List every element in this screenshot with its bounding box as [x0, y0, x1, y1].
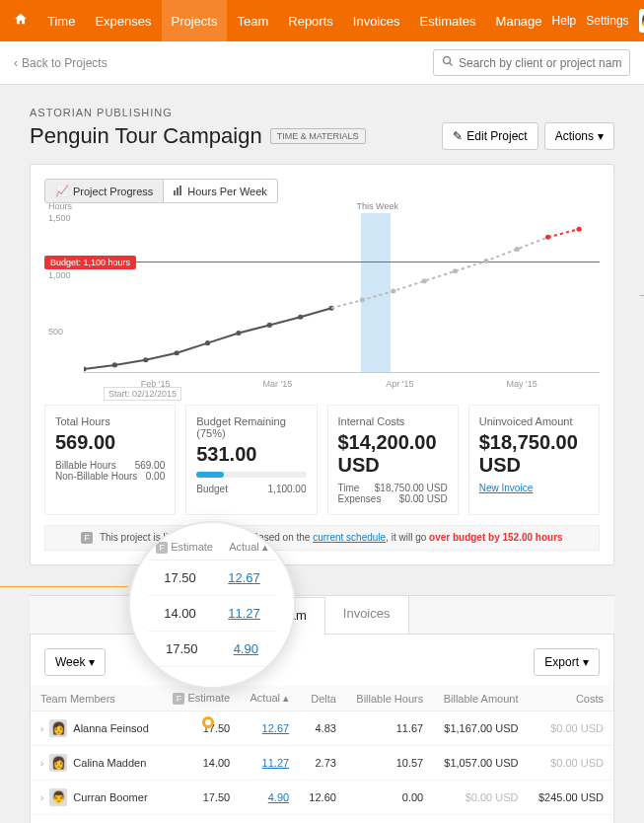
svg-point-5	[84, 366, 87, 371]
cell-costs: $245.00 USD	[528, 781, 613, 815]
x-tick-may: May '15	[507, 379, 537, 389]
actions-button[interactable]: Actions ▾	[544, 122, 614, 150]
forecast-over: over budget by 152.00 hours	[429, 532, 563, 543]
stat-budget: Budget Remaining (75%) 531.00 Budget1,10…	[185, 405, 317, 515]
col-billable[interactable]: Billable Hours	[346, 686, 433, 711]
bar-chart-icon	[174, 186, 183, 197]
svg-rect-2	[174, 190, 176, 195]
svg-rect-3	[177, 187, 179, 195]
expand-icon[interactable]: ›	[40, 723, 43, 734]
col-delta[interactable]: Delta	[299, 686, 346, 711]
search-input[interactable]	[459, 56, 621, 70]
table-row: › 👨 Jae Kim 2.94 14.56 1.91 $191.00 USD …	[31, 815, 613, 824]
x-axis	[84, 372, 600, 373]
user-menu[interactable]: 👨 Israel ▾	[639, 7, 644, 35]
chevron-down-icon: ▾	[598, 129, 604, 143]
current-schedule-link[interactable]: current schedule	[313, 532, 386, 543]
mag-act[interactable]: 4.90	[234, 641, 258, 656]
data-tabs: ...ks Team Invoices	[30, 595, 614, 635]
expand-icon[interactable]: ›	[40, 758, 43, 769]
cell-delta: 2.73	[299, 746, 346, 781]
svg-point-8	[175, 350, 179, 355]
week-label: Week	[55, 655, 85, 669]
svg-point-14	[360, 298, 365, 303]
back-label: Back to Projects	[22, 56, 107, 70]
svg-line-1	[450, 63, 453, 66]
table-row: › 👩 Calina Madden 14.00 11.27 2.73 10.57…	[31, 746, 613, 781]
svg-point-6	[112, 362, 117, 367]
nav-team[interactable]: Team	[227, 0, 278, 41]
cell-estimate: 17.50	[163, 781, 240, 815]
nav-invoices[interactable]: Invoices	[343, 0, 410, 41]
line-chart-icon: 📈	[55, 185, 69, 197]
export-button[interactable]: Export ▾	[534, 648, 600, 676]
chevron-down-icon: ▾	[89, 655, 95, 669]
user-avatar: 👨	[639, 9, 644, 33]
callout-line-chart	[640, 295, 644, 296]
project-type-badge: TIME & MATERIALS	[270, 128, 366, 144]
new-invoice-link[interactable]: New Invoice	[479, 483, 589, 493]
x-tick-apr: Apr '15	[386, 379, 413, 389]
nonbillable-value: 0.00	[146, 471, 165, 482]
y-axis-title: Hours	[48, 201, 72, 211]
nav-estimates[interactable]: Estimates	[410, 0, 486, 41]
nav-time[interactable]: Time	[37, 0, 85, 41]
svg-point-19	[515, 247, 520, 252]
home-icon[interactable]	[14, 12, 28, 30]
mag-act[interactable]: 12.67	[228, 570, 260, 585]
magnifier-overlay: FEstimate Actual ▴ 17.5012.67 14.0011.27…	[128, 521, 296, 689]
nonbillable-label: Non-Billable Hours	[55, 471, 137, 482]
budget-max: 1,100.00	[268, 484, 307, 494]
nav-expenses[interactable]: Expenses	[85, 0, 161, 41]
search-box[interactable]	[433, 49, 630, 76]
cell-actual[interactable]: 11.27	[262, 757, 290, 769]
col-estimate[interactable]: FEstimate	[163, 686, 240, 711]
exp-label: Expenses	[338, 493, 382, 504]
tab-invoices[interactable]: Invoices	[325, 596, 409, 634]
table-area: Week ▾ Export ▾ Team Members FEstimate A…	[30, 635, 614, 823]
help-link[interactable]: Help	[552, 14, 577, 28]
col-actual[interactable]: Actual ▴	[240, 686, 299, 711]
stat-value: 531.00	[196, 443, 306, 466]
billable-label: Billable Hours	[55, 460, 116, 471]
cell-billable: 11.67	[346, 711, 433, 746]
col-costs[interactable]: Costs	[528, 686, 613, 711]
mag-act[interactable]: 11.27	[228, 606, 260, 621]
stats-row: Total Hours 569.00 Billable Hours569.00 …	[44, 405, 600, 515]
toggle-hours[interactable]: Hours Per Week	[164, 179, 278, 203]
week-filter-button[interactable]: Week ▾	[44, 648, 106, 676]
back-to-projects[interactable]: ‹ Back to Projects	[14, 56, 107, 70]
svg-point-17	[453, 268, 458, 273]
svg-point-18	[483, 259, 488, 263]
stat-label: Budget Remaining (75%)	[196, 415, 306, 439]
col-member[interactable]: Team Members	[31, 686, 163, 711]
export-label: Export	[544, 655, 579, 669]
toggle-progress[interactable]: 📈 Project Progress	[44, 179, 164, 203]
col-amount[interactable]: Billable Amount	[433, 686, 528, 711]
chart-area: Hours 1,500 1,000 500 This Week Budget: …	[44, 213, 600, 391]
nav-manage[interactable]: Manage	[486, 0, 552, 41]
cell-delta: 14.56	[299, 815, 346, 824]
cell-delta: 4.83	[299, 711, 346, 746]
forecast-chip-icon: F	[156, 542, 168, 554]
member-name: Alanna Feinsod	[73, 722, 148, 734]
cell-actual[interactable]: 12.67	[262, 722, 290, 734]
cell-estimate: 14.00	[163, 746, 240, 781]
nav-projects[interactable]: Projects	[162, 0, 228, 41]
callout-line-magnifier	[0, 586, 128, 587]
settings-link[interactable]: Settings	[586, 14, 628, 28]
toggle-hours-label: Hours Per Week	[187, 186, 267, 197]
svg-point-21	[576, 227, 581, 232]
cell-actual[interactable]: 4.90	[268, 791, 289, 803]
forecast-middle: , it will go	[386, 532, 429, 543]
nav-reports[interactable]: Reports	[278, 0, 343, 41]
svg-rect-4	[179, 186, 181, 195]
mag-est-header: Estimate	[171, 541, 213, 553]
cell-estimate	[163, 815, 240, 824]
project-card: 📈 Project Progress Hours Per Week Hours …	[30, 164, 614, 565]
expand-icon[interactable]: ›	[40, 792, 43, 803]
cell-billable: 10.57	[346, 746, 433, 781]
forecast-strip: F This project is linked to Forecast – B…	[44, 525, 600, 551]
sort-asc-icon: ▴	[283, 692, 289, 705]
edit-project-button[interactable]: ✎ Edit Project	[442, 122, 537, 150]
